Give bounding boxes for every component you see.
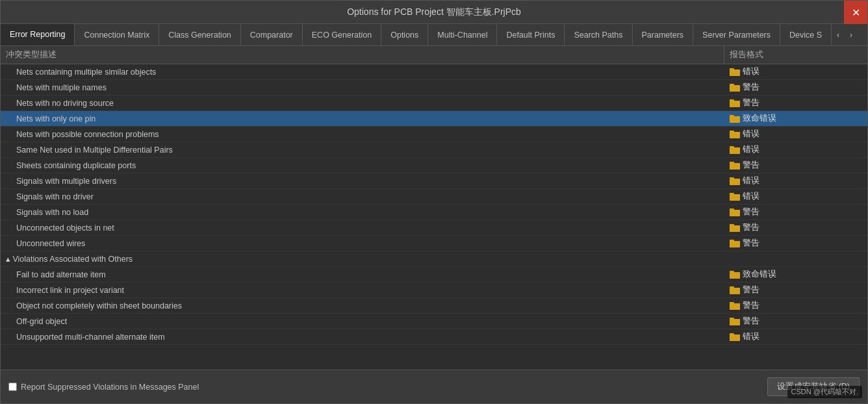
close-button[interactable]: ✕ <box>844 1 867 24</box>
folder-icon <box>730 193 740 201</box>
table-row[interactable]: Nets with possible connection problems 错… <box>1 127 867 142</box>
table-row[interactable]: Signals with multiple drivers 错误 <box>1 173 867 189</box>
tab-device-s[interactable]: Device S <box>780 24 832 46</box>
table-body[interactable]: Nets containing multiple similar objects… <box>1 64 867 370</box>
svg-rect-33 <box>730 333 734 336</box>
cell-format: 警告 <box>724 160 867 171</box>
table-row[interactable]: Nets with only one pin 致命错误 <box>1 111 867 127</box>
table-row[interactable]: ▴ Violations Associated with Others <box>1 251 867 267</box>
svg-rect-5 <box>730 99 734 103</box>
tab-server-parameters[interactable]: Server Parameters <box>693 24 780 46</box>
cell-format: 警告 <box>724 316 867 327</box>
folder-icon <box>730 146 740 154</box>
table-row[interactable]: Object not completely within sheet bound… <box>1 298 867 314</box>
folder-icon <box>730 286 740 294</box>
format-label: 警告 <box>743 160 760 171</box>
svg-rect-18 <box>730 210 740 216</box>
svg-rect-2 <box>730 85 740 92</box>
folder-icon <box>730 162 740 170</box>
tab-error-reporting[interactable]: Error Reporting <box>1 24 75 46</box>
svg-rect-30 <box>730 319 740 325</box>
cell-format: 致命错误 <box>724 269 867 280</box>
tab-multi-channel[interactable]: Multi-Channel <box>428 24 497 46</box>
tab-class-generation[interactable]: Class Generation <box>159 24 241 46</box>
main-dialog: Options for PCB Project 智能车主板.PrjPcb ✕ E… <box>0 0 868 404</box>
table-row[interactable]: Same Net used in Multiple Differential P… <box>1 142 867 158</box>
svg-rect-10 <box>730 147 740 154</box>
format-label: 错误 <box>743 331 760 342</box>
folder-icon <box>730 333 740 341</box>
svg-rect-28 <box>730 303 740 310</box>
svg-rect-16 <box>730 194 740 201</box>
folder-icon <box>730 115 740 123</box>
title-bar: Options for PCB Project 智能车主板.PrjPcb ✕ <box>1 1 867 24</box>
cell-desc: Nets with possible connection problems <box>1 130 724 139</box>
table-row[interactable]: Sheets containing duplicate ports 警告 <box>1 158 867 173</box>
tabs-bar: Error Reporting Connection Matrix Class … <box>1 24 867 46</box>
table-row[interactable]: Fail to add alternate item 致命错误 <box>1 267 867 283</box>
tab-options[interactable]: Options <box>381 24 428 46</box>
tab-comparator[interactable]: Comparator <box>241 24 303 46</box>
cell-format: 致命错误 <box>724 113 867 124</box>
cell-format: 警告 <box>724 300 867 311</box>
cell-format: 错误 <box>724 144 867 155</box>
format-label: 警告 <box>743 316 760 327</box>
watermark: CSDN @代码敲不对. <box>787 386 862 398</box>
svg-rect-0 <box>730 69 740 76</box>
svg-rect-13 <box>730 162 734 165</box>
cell-format: 错误 <box>724 331 867 342</box>
svg-rect-25 <box>730 271 734 274</box>
format-label: 警告 <box>743 300 760 311</box>
tab-connection-matrix[interactable]: Connection Matrix <box>75 24 159 46</box>
col-format-header: 报告格式 <box>724 49 867 60</box>
cell-desc: Object not completely within sheet bound… <box>1 301 724 310</box>
footer: Report Suppressed Violations in Messages… <box>1 370 867 403</box>
cell-format: 警告 <box>724 82 867 93</box>
cell-desc: Nets containing multiple similar objects <box>1 68 724 77</box>
svg-rect-17 <box>730 193 734 196</box>
cell-desc: Signals with no driver <box>1 192 724 201</box>
cell-desc: Nets with multiple names <box>1 83 724 92</box>
tab-parameters[interactable]: Parameters <box>633 24 694 46</box>
cell-format: 错误 <box>724 66 867 77</box>
cell-desc: Signals with no load <box>1 208 724 217</box>
tab-eco-generation[interactable]: ECO Generation <box>303 24 381 46</box>
format-label: 错误 <box>743 144 760 155</box>
table-row[interactable]: Signals with no driver 错误 <box>1 189 867 205</box>
dialog-title: Options for PCB Project 智能车主板.PrjPcb <box>347 6 521 18</box>
table-row[interactable]: Nets with no driving source 警告 <box>1 95 867 111</box>
format-label: 致命错误 <box>743 113 776 124</box>
table-row[interactable]: Unconnected wires 警告 <box>1 236 867 251</box>
svg-rect-22 <box>730 241 740 247</box>
suppress-violations-checkbox-label[interactable]: Report Suppressed Violations in Messages… <box>8 383 199 392</box>
svg-rect-20 <box>730 225 740 232</box>
format-label: 警告 <box>743 82 760 93</box>
folder-icon <box>730 318 740 325</box>
format-label: 错误 <box>743 175 760 186</box>
tab-scroll-right[interactable]: › <box>845 24 858 46</box>
svg-rect-23 <box>730 240 734 243</box>
svg-rect-8 <box>730 132 740 138</box>
suppress-violations-checkbox[interactable] <box>8 383 17 391</box>
tab-default-prints[interactable]: Default Prints <box>497 24 565 46</box>
table-row[interactable]: Signals with no load 警告 <box>1 205 867 220</box>
cell-format: 错误 <box>724 175 867 186</box>
format-label: 错误 <box>743 191 760 202</box>
format-label: 错误 <box>743 129 760 140</box>
format-label: 致命错误 <box>743 269 776 280</box>
svg-rect-26 <box>730 288 740 294</box>
svg-rect-31 <box>730 318 734 321</box>
tab-search-paths[interactable]: Search Paths <box>565 24 632 46</box>
table-row[interactable]: Nets with multiple names 警告 <box>1 80 867 95</box>
table-row[interactable]: Unsupported multi-channel alternate item… <box>1 329 867 345</box>
format-label: 警告 <box>743 97 760 108</box>
table-row[interactable]: Off-grid object 警告 <box>1 314 867 329</box>
cell-desc: Sheets containing duplicate ports <box>1 161 724 170</box>
table-row[interactable]: Unconnected objects in net 警告 <box>1 220 867 236</box>
svg-rect-32 <box>730 335 740 341</box>
table-row[interactable]: Nets containing multiple similar objects… <box>1 64 867 80</box>
cell-format: 警告 <box>724 284 867 296</box>
tab-scroll-left[interactable]: ‹ <box>832 24 845 46</box>
folder-icon <box>730 302 740 310</box>
table-row[interactable]: Incorrect link in project variant 警告 <box>1 283 867 298</box>
